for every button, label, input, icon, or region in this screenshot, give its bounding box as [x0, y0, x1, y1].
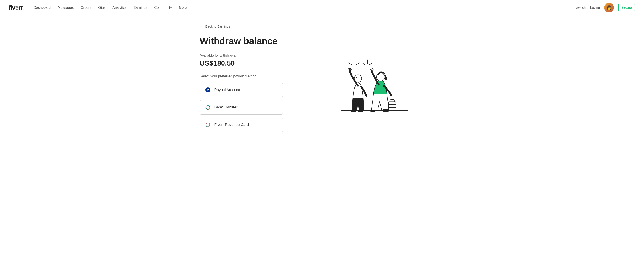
- svg-line-13: [348, 63, 352, 65]
- paypal-icon: P: [205, 87, 211, 93]
- logo-text: fiverr: [9, 4, 23, 11]
- balance-amount: US$180.50: [200, 59, 292, 67]
- nav-links: DashboardMessagesOrdersGigsAnalyticsEarn…: [34, 6, 576, 10]
- fiverr-card-icon: [205, 122, 211, 128]
- celebration-illustration: [333, 44, 416, 119]
- svg-point-8: [370, 110, 376, 112]
- paypal-label: Paypal Account: [214, 88, 240, 92]
- svg-line-17: [370, 63, 372, 65]
- main-content: ← Back to Earnings Withdraw balance Avai…: [191, 15, 453, 141]
- left-section: Withdraw balance Available for withdrawa…: [200, 36, 292, 132]
- fiverr-card-option[interactable]: Fiverr Revenue Card: [200, 118, 283, 132]
- page-title: Withdraw balance: [200, 36, 292, 47]
- svg-line-16: [362, 63, 365, 65]
- paypal-option[interactable]: P Paypal Account: [200, 83, 283, 97]
- fiverr-card-label: Fiverr Revenue Card: [214, 123, 249, 127]
- svg-point-6: [358, 110, 363, 112]
- logo[interactable]: fiverr.: [9, 4, 25, 11]
- svg-point-1: [206, 123, 210, 127]
- payout-options: P Paypal Account: [200, 83, 292, 132]
- svg-point-5: [350, 110, 356, 112]
- back-arrow-icon: ←: [200, 24, 204, 29]
- svg-line-14: [356, 63, 359, 65]
- svg-point-3: [354, 75, 362, 82]
- navbar: fiverr. DashboardMessagesOrdersGigsAnaly…: [0, 0, 644, 15]
- bank-transfer-option[interactable]: Bank Transfer: [200, 100, 283, 115]
- nav-link-more[interactable]: More: [179, 6, 187, 10]
- bank-transfer-icon: [205, 104, 211, 110]
- switch-to-buying-link[interactable]: Switch to buying: [576, 6, 600, 10]
- bank-transfer-label: Bank Transfer: [214, 105, 238, 110]
- page-layout: Withdraw balance Available for withdrawa…: [200, 36, 444, 132]
- nav-link-orders[interactable]: Orders: [80, 6, 91, 10]
- nav-link-dashboard[interactable]: Dashboard: [34, 6, 51, 10]
- illustration: [305, 36, 444, 119]
- logo-dot: .: [23, 4, 25, 11]
- nav-link-earnings[interactable]: Earnings: [134, 6, 147, 10]
- nav-link-messages[interactable]: Messages: [58, 6, 74, 10]
- svg-point-7: [376, 73, 385, 81]
- balance-badge[interactable]: $30.50: [618, 4, 635, 11]
- back-link-text: Back to Earnings: [206, 25, 230, 28]
- svg-point-4: [356, 77, 358, 78]
- svg-point-0: [206, 105, 210, 109]
- avatar-image: 👩: [604, 3, 614, 13]
- back-link[interactable]: ← Back to Earnings: [200, 24, 444, 29]
- nav-link-gigs[interactable]: Gigs: [98, 6, 106, 10]
- nav-link-analytics[interactable]: Analytics: [112, 6, 126, 10]
- available-label: Available for withdrawal: [200, 54, 292, 58]
- nav-link-community[interactable]: Community: [154, 6, 172, 10]
- svg-point-9: [382, 110, 389, 112]
- nav-right: Switch to buying 👩 $30.50: [576, 3, 635, 13]
- avatar[interactable]: 👩: [604, 3, 614, 13]
- payout-label: Select your preferred payout method.: [200, 74, 292, 78]
